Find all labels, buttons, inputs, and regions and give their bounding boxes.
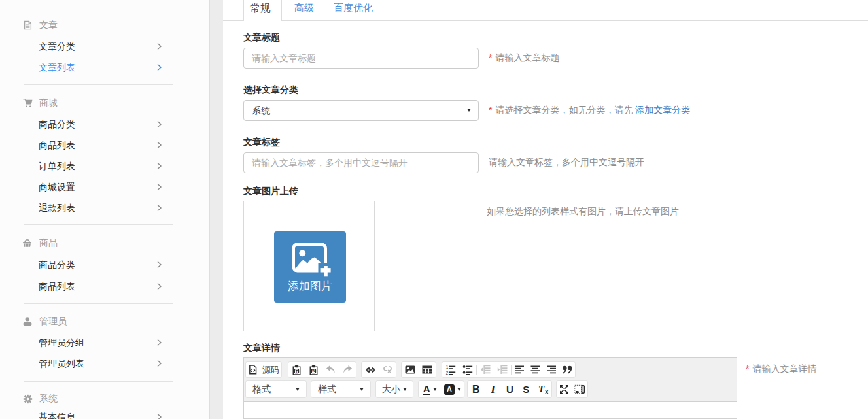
- svg-text:W: W: [312, 369, 315, 373]
- svg-text:2: 2: [446, 370, 449, 375]
- svg-text:T: T: [296, 369, 298, 373]
- svg-text:1: 1: [446, 365, 449, 369]
